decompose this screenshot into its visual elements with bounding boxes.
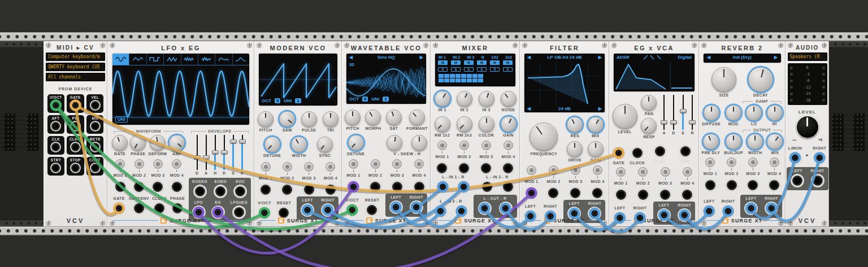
mod-jack-mod-2[interactable] [636, 188, 650, 202]
mod-knob-mod-3[interactable] [571, 165, 580, 175]
slider-r[interactable] [239, 135, 246, 170]
pair-jack-l[interactable] [436, 180, 450, 194]
mod-knob-mod-1[interactable] [437, 141, 447, 150]
mod-knob-mod-4[interactable] [414, 159, 424, 169]
mod-knob-mod-3[interactable] [153, 159, 163, 169]
pair-jack-r[interactable] [455, 204, 468, 218]
jack-right[interactable] [721, 204, 735, 218]
solo-button-6[interactable]: S [503, 67, 513, 72]
mod-jack-mod-1[interactable] [524, 186, 538, 200]
jack-clock[interactable] [153, 202, 166, 215]
mod-jack-mod-4[interactable] [170, 180, 184, 194]
mod-jack-mod-4[interactable] [767, 178, 781, 192]
knob-res[interactable] [567, 117, 583, 133]
mod-knob-mod-3[interactable] [748, 157, 758, 167]
audio-device-display[interactable]: Speakers (R [788, 52, 827, 61]
mod-knob-mod-1[interactable] [616, 167, 626, 177]
knob-size[interactable] [711, 67, 736, 92]
mod-knob-mod-1[interactable] [261, 162, 271, 172]
jack-left[interactable] [301, 203, 314, 217]
mod-knob-mod-3[interactable] [661, 167, 670, 177]
knob-in-3[interactable] [479, 91, 494, 107]
jack-strt[interactable] [50, 163, 61, 173]
knob-mix[interactable] [588, 117, 604, 133]
knob-mod[interactable] [726, 105, 741, 121]
solo-button-2[interactable]: S [451, 67, 461, 72]
mod-jack-mod-4[interactable] [324, 183, 337, 196]
mute-button-6[interactable]: M [503, 60, 513, 65]
mod-knob-mod-2[interactable] [283, 162, 292, 172]
jack-right[interactable] [811, 174, 824, 187]
mod-jack-mod-2[interactable] [457, 161, 471, 175]
slider-d[interactable] [670, 95, 677, 130]
mod-knob-mod-3[interactable] [481, 141, 491, 150]
knob-drive[interactable] [567, 141, 583, 157]
next-preset-arrow[interactable]: ▶ [774, 55, 778, 60]
knob-sync[interactable] [317, 137, 333, 152]
jack-eoc[interactable] [653, 145, 667, 158]
mod-jack-mod-2[interactable] [725, 178, 739, 192]
mod-jack-mod-3[interactable] [568, 186, 582, 200]
wavetable-name[interactable]: Sine HQ [377, 55, 395, 60]
knob-rate[interactable] [112, 135, 128, 151]
knob-saw[interactable] [279, 111, 295, 127]
mod-knob-mod-1[interactable] [705, 157, 715, 167]
mod-jack-mod-4[interactable] [501, 161, 515, 175]
mod-jack-mod-3[interactable] [479, 161, 493, 175]
jack-gateenv[interactable] [132, 202, 146, 215]
mod-knob-mod-2[interactable] [727, 157, 736, 167]
slider-h[interactable] [212, 135, 219, 170]
mod-knob-mod-4[interactable] [504, 141, 513, 150]
slider-handle[interactable] [680, 109, 687, 113]
oct-value[interactable]: 0 [275, 98, 280, 103]
next-filter-arrow[interactable]: ▶ [598, 55, 602, 60]
mod-jack-mod-1[interactable] [114, 180, 127, 194]
3d-toggle[interactable]: 3D [349, 63, 354, 67]
mod-knob-mod-3[interactable] [392, 159, 402, 169]
slider-handle[interactable] [203, 155, 210, 159]
audio-level-knob[interactable] [797, 116, 818, 138]
mod-jack-mod-1[interactable] [346, 180, 360, 194]
mod-knob-mod-2[interactable] [459, 141, 469, 150]
jack-clk[interactable] [50, 142, 61, 152]
mod-knob-mod-2[interactable] [371, 159, 380, 169]
jack-v-oct[interactable] [345, 203, 359, 217]
jack-eoc[interactable] [233, 185, 247, 198]
next-wavetable-arrow[interactable]: ▶ [420, 55, 423, 60]
jack-phase[interactable] [171, 202, 184, 215]
knob-phase[interactable] [130, 135, 146, 151]
jack-stop[interactable] [70, 163, 81, 173]
mod-jack-mod-3[interactable] [390, 180, 404, 194]
knob-pulse[interactable] [301, 111, 317, 127]
knob-rm-1x2[interactable] [435, 116, 450, 132]
knob-amp[interactable] [169, 135, 185, 151]
mod-jack-mod-4[interactable] [591, 186, 604, 200]
slider-handle[interactable] [670, 120, 677, 124]
solo-button-3[interactable]: S [464, 67, 474, 72]
slider-handle[interactable] [221, 150, 228, 154]
lfo-waveform-tab-rand[interactable] [198, 54, 215, 65]
jack-mw[interactable] [90, 121, 101, 132]
knob-width[interactable] [291, 137, 307, 152]
slider-handle[interactable] [689, 120, 696, 124]
solo-button-5[interactable]: S [490, 67, 500, 72]
jack-right[interactable] [410, 200, 423, 214]
slider-d[interactable] [194, 135, 201, 170]
mod-jack-mod-3[interactable] [746, 178, 760, 192]
knob-decay[interactable] [748, 67, 773, 92]
uni-badge[interactable]: UNI [115, 116, 128, 122]
mod-knob-mod-1[interactable] [115, 159, 125, 169]
mod-knob-mod-1[interactable] [527, 165, 536, 175]
knob-gain[interactable] [588, 141, 604, 157]
lfo-waveform-tab-saw[interactable] [164, 54, 181, 65]
filter-type[interactable]: LP OB-Xd 24 dB [547, 55, 581, 60]
adsr-mode[interactable]: ADSR [617, 55, 630, 60]
knob-pitch[interactable] [258, 111, 274, 127]
mod-jack-mod-4[interactable] [413, 180, 426, 194]
mute-button-3[interactable]: M [464, 60, 474, 65]
uni-value[interactable]: 1 [295, 98, 301, 103]
jack-gate[interactable] [112, 202, 126, 215]
mod-jack-mod-3[interactable] [658, 188, 672, 202]
lfo-waveform-tab-sine[interactable] [112, 54, 129, 65]
jack-cont[interactable] [90, 163, 101, 173]
